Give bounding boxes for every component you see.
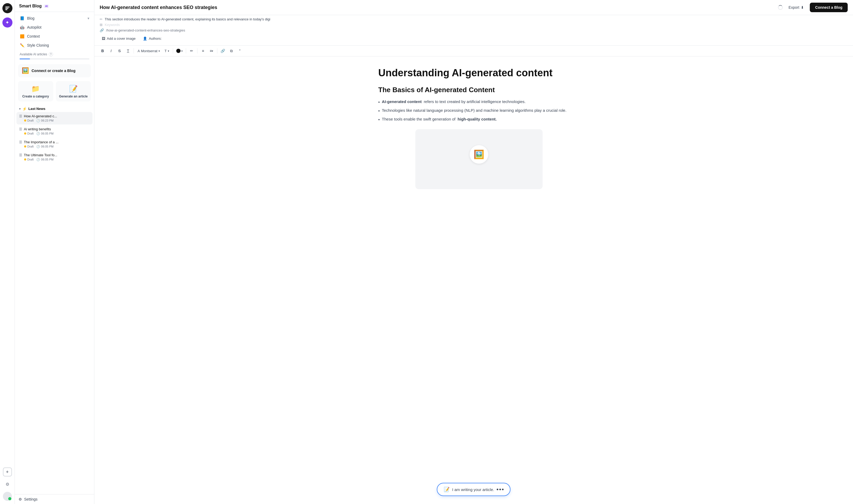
top-header: Export ⬇ Connect a Blog [94, 0, 853, 15]
last-news-section[interactable]: ▾ ⚡ Last News [16, 105, 92, 112]
user-avatar[interactable] [3, 492, 12, 501]
sidebar-nav: 📘 Blog ▾ 🤖 Autopilot 🟧 Context ✏️ Style … [15, 12, 94, 50]
chevron-icon: ▾ [87, 16, 89, 20]
connect-blog-text: Connect or create a Blog [32, 69, 75, 73]
loading-spinner [778, 5, 783, 10]
help-icon[interactable]: ? [49, 52, 53, 56]
writing-indicator: 📝 I am writing your article. [437, 483, 510, 496]
settings-gear-icon: ⚙ [19, 497, 22, 501]
authors-button[interactable]: 👤 Authors: [141, 35, 163, 41]
create-category-label: Create a category [22, 94, 49, 99]
chevron-down-icon: ▾ [19, 107, 21, 111]
text-size-chevron: ▾ [168, 50, 169, 52]
meta-actions: 🖼 Add a cover image 👤 Authors: [100, 34, 848, 43]
main-nav-icon[interactable]: ✦ [2, 17, 13, 28]
quote-button[interactable]: " [236, 47, 244, 55]
color-swatch [176, 49, 180, 53]
font-selector[interactable]: A Montserrat ▾ [136, 48, 162, 54]
article-item-3[interactable]: ☰ The Importance of a ... Draft 🕐 06:05 … [16, 138, 92, 150]
link-button[interactable]: 🔗 [219, 47, 227, 55]
create-category-card[interactable]: 📁 Create a category [18, 81, 53, 102]
add-button[interactable]: + [3, 467, 12, 476]
status-dot-2 [24, 132, 26, 134]
typing-dots [497, 489, 504, 490]
svg-rect-0 [5, 6, 10, 7]
create-category-icon: 📁 [31, 85, 40, 93]
clock-icon-3: 🕐 [36, 145, 40, 148]
article-item-1[interactable]: ☰ How AI-generated c... Draft 🕐 06:23 PM [16, 112, 92, 125]
italic-button[interactable]: I [107, 47, 115, 55]
color-picker-button[interactable]: ▾ [175, 48, 184, 54]
link-icon: 🔗 [100, 28, 104, 32]
logo-button[interactable] [2, 3, 13, 13]
article-title-input[interactable] [100, 5, 775, 10]
typing-dot-3 [502, 489, 504, 490]
last-news-title: Last News [28, 107, 45, 111]
status-dot-3 [24, 145, 26, 147]
style-cloning-label: Style Cloning [27, 43, 49, 48]
add-cover-button[interactable]: 🖼 Add a cover image [100, 35, 138, 41]
highlight-button[interactable]: ✏ [188, 47, 196, 55]
article-status-4: Draft [24, 158, 34, 161]
underline-button[interactable]: T [124, 47, 132, 55]
bullet-item-2: Technologies like natural language proce… [378, 107, 580, 114]
description-line: ✏ This section introduces the reader to … [100, 17, 848, 21]
settings-icon[interactable]: ⚙ [3, 480, 12, 489]
keywords-line[interactable]: ⊞ Keywords [100, 23, 848, 27]
article-time-1: 🕐 06:23 PM [36, 119, 54, 122]
ai-badge: AI [44, 4, 49, 8]
connect-blog-card[interactable]: 🖼️ Connect or create a Blog [18, 64, 91, 77]
toolbar-separator-3 [186, 48, 186, 54]
section-icon: ⚡ [22, 107, 27, 111]
context-icon: 🟧 [20, 34, 24, 39]
text-size-icon: T [164, 49, 167, 53]
sidebar-item-blog[interactable]: 📘 Blog ▾ [17, 14, 92, 22]
text-size-selector[interactable]: T ▾ [162, 48, 171, 54]
align-button[interactable]: ≡ ▾ [208, 47, 215, 55]
export-label: Export [788, 5, 799, 10]
sidebar-header: Smart Blog AI [15, 0, 94, 12]
generate-article-icon: 📝 [69, 85, 78, 93]
sidebar-item-style-cloning[interactable]: ✏️ Style Cloning [17, 41, 92, 50]
connect-blog-button[interactable]: Connect a Blog [810, 3, 848, 12]
article-time-2: 🕐 06:05 PM [36, 132, 54, 135]
article-item-4[interactable]: ☰ The Ultimate Tool fo... Draft 🕐 06:05 … [16, 151, 92, 163]
toolbar-separator-1 [134, 48, 134, 54]
writing-icon: 📝 [444, 487, 450, 492]
bullet-bold-1: AI-generated content [382, 98, 422, 105]
article-status-2: Draft [24, 132, 34, 135]
bullet-text-3: These tools enable the swift generation … [382, 116, 456, 122]
copy-button[interactable]: ⧉ [227, 47, 236, 55]
progress-bar-fill [20, 58, 30, 59]
toolbar-separator-4 [197, 48, 197, 54]
editor-toolbar: B I S T A Montserrat ▾ T ▾ ▾ ✏ ≡ ≡ ▾ 🔗 ⧉… [94, 46, 853, 56]
article-time-3: 🕐 06:05 PM [36, 145, 54, 148]
bullet-list: AI-generated content refers to text crea… [378, 98, 580, 123]
generate-article-card[interactable]: 📝 Generate an article [56, 81, 91, 102]
font-name: Montserrat [141, 49, 157, 53]
available-articles-section: Available AI articles ? [15, 50, 94, 57]
progress-bar [20, 58, 89, 59]
article-doc-icon: ☰ [19, 114, 22, 118]
export-button[interactable]: Export ⬇ [786, 3, 807, 12]
strikethrough-button[interactable]: S [116, 47, 123, 55]
generate-article-label: Generate an article [59, 94, 88, 99]
status-dot-4 [24, 158, 26, 161]
grid-icon: ⊞ [100, 23, 103, 27]
settings-nav-item[interactable]: ⚙ Settings [15, 494, 94, 504]
editor-content: Understanding AI-generated content The B… [378, 67, 580, 189]
article-doc-icon-4: ☰ [19, 153, 22, 157]
meta-row: ✏ This section introduces the reader to … [94, 15, 853, 46]
settings-label: Settings [24, 497, 38, 501]
article-item-2[interactable]: ☰ Ai writing benefits Draft 🕐 06:05 PM [16, 125, 92, 138]
article-doc-icon-2: ☰ [19, 127, 22, 131]
sidebar-item-autopilot[interactable]: 🤖 Autopilot [17, 23, 92, 32]
clock-icon-4: 🕐 [36, 158, 40, 161]
editor-area[interactable]: Understanding AI-generated content The B… [94, 56, 853, 504]
available-articles-label: Available AI articles [20, 52, 47, 56]
typing-dot-2 [499, 489, 501, 490]
autopilot-label: Autopilot [27, 25, 41, 30]
bullet-list-button[interactable]: ≡ [199, 47, 207, 55]
sidebar-item-context[interactable]: 🟧 Context [17, 32, 92, 40]
bold-button[interactable]: B [99, 47, 107, 55]
